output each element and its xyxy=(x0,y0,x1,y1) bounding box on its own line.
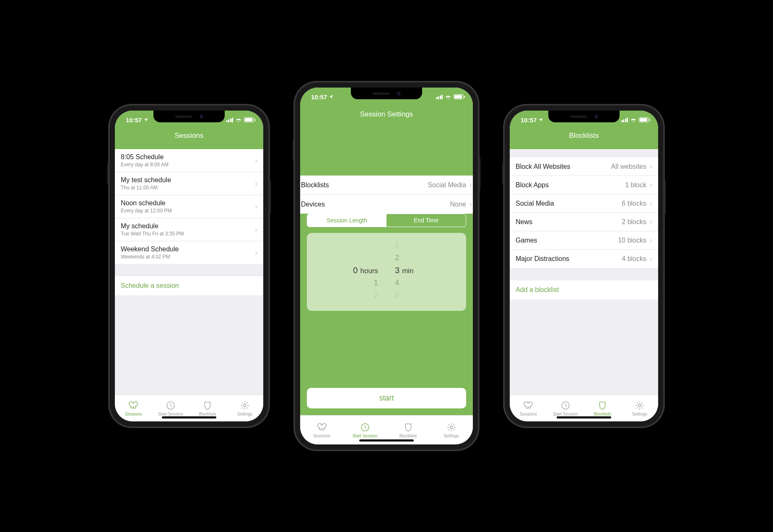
location-icon xyxy=(538,116,543,124)
tab-label: Start Session xyxy=(353,434,377,438)
blocklist-row[interactable]: Social Media 6 blocks› xyxy=(510,194,658,213)
session-row[interactable]: Noon schedule Every day at 12:00 PM › xyxy=(115,195,263,218)
notch xyxy=(548,111,620,122)
tab-label: Sessions xyxy=(520,412,537,416)
chevron-right-icon: › xyxy=(470,200,472,209)
picker-mins: 3 min xyxy=(395,266,414,278)
home-indicator[interactable] xyxy=(359,439,414,442)
tab-label: Blocklists xyxy=(594,412,611,416)
page-title: Blocklists xyxy=(510,129,658,145)
svg-point-1 xyxy=(244,404,246,407)
session-row[interactable]: My schedule Tue Wed Thu Fri at 3:35 PM › xyxy=(115,218,263,241)
blocklist-title: Major Distractions xyxy=(516,255,569,263)
seg-session-length[interactable]: Session Length xyxy=(307,214,386,227)
blocklist-value: 2 blocks xyxy=(622,218,646,226)
blocklist-row[interactable]: Block All Websites All websites› xyxy=(510,158,658,176)
blocklist-value: 1 block xyxy=(625,181,646,189)
tab-sessions[interactable]: Sessions xyxy=(115,395,152,421)
tab-label: Settings xyxy=(237,412,252,416)
blocklist-row[interactable]: Block Apps 1 block› xyxy=(510,176,658,194)
session-sub: Every day at 12:00 PM xyxy=(121,208,171,214)
start-button[interactable]: start xyxy=(307,388,466,408)
shield-icon xyxy=(202,400,213,411)
battery-icon xyxy=(454,94,464,99)
session-title: My test schedule xyxy=(121,176,171,184)
signal-icon xyxy=(621,118,628,122)
tab-settings[interactable]: Settings xyxy=(621,395,659,421)
chevron-right-icon: › xyxy=(650,236,652,245)
chevron-right-icon: › xyxy=(255,248,257,257)
chevron-right-icon: › xyxy=(255,156,257,165)
seg-end-time[interactable]: End Time xyxy=(386,214,466,227)
session-sub: Tue Wed Thu Fri at 3:35 PM xyxy=(121,231,184,237)
tab-label: Sessions xyxy=(313,434,330,438)
time-picker[interactable]: 0 hours 1 2 1 2 3 min 4 5 xyxy=(307,233,466,311)
chevron-right-icon: › xyxy=(650,199,652,208)
session-row[interactable]: Weekend Schedule Weekends at 4:02 PM › xyxy=(115,241,263,264)
tab-settings[interactable]: Settings xyxy=(226,395,264,421)
tab-sessions[interactable]: Sessions xyxy=(300,416,343,444)
butterfly-icon xyxy=(523,400,534,411)
tab-label: Blocklists xyxy=(399,434,417,438)
tab-label: Blocklists xyxy=(199,412,216,416)
tab-label: Settings xyxy=(444,434,459,438)
shield-icon xyxy=(403,422,414,433)
page-title: Sessions xyxy=(115,129,263,145)
blocklist-value: 10 blocks xyxy=(618,237,646,244)
gear-icon xyxy=(634,400,645,411)
signal-icon xyxy=(226,118,233,122)
session-sub: Weekends at 4:02 PM xyxy=(121,254,179,260)
notch xyxy=(153,111,225,122)
chevron-right-icon: › xyxy=(470,181,472,189)
blocklists-list: Block All Websites All websites› Block A… xyxy=(510,158,658,268)
session-title: Noon schedule xyxy=(121,199,171,207)
picker-row: 5 xyxy=(395,291,399,303)
schedule-session-button[interactable]: Schedule a session xyxy=(115,276,263,295)
battery-icon xyxy=(244,117,254,122)
home-indicator[interactable] xyxy=(557,416,611,418)
tab-settings[interactable]: Settings xyxy=(430,416,473,444)
segmented-control: Session Length End Time xyxy=(307,214,466,227)
picker-row xyxy=(376,253,378,266)
wifi-icon xyxy=(630,116,637,124)
blocklist-row[interactable]: Games 10 blocks› xyxy=(510,231,658,250)
status-time: 10:57 xyxy=(126,116,142,124)
blocklist-row[interactable]: News 2 blocks› xyxy=(510,213,658,231)
chevron-right-icon: › xyxy=(650,181,652,189)
session-row[interactable]: 8:05 Schedule Every day at 8:05 AM › xyxy=(115,149,263,172)
notch xyxy=(351,88,422,99)
blocklist-value: 6 blocks xyxy=(622,200,646,207)
gear-icon xyxy=(239,400,250,411)
row-label: Devices xyxy=(301,201,325,208)
blocklists-row[interactable]: Blocklists Social Media › xyxy=(300,176,473,195)
blocklist-title: Social Media xyxy=(516,200,554,207)
session-title: My schedule xyxy=(121,222,184,230)
status-time: 10:57 xyxy=(311,93,327,101)
chevron-right-icon: › xyxy=(255,225,257,234)
devices-row[interactable]: Devices None › xyxy=(300,195,473,214)
butterfly-icon xyxy=(128,400,139,411)
blocklist-title: Block Apps xyxy=(516,181,549,189)
svg-point-3 xyxy=(450,426,453,429)
clock-icon xyxy=(360,422,371,433)
blocklist-row[interactable]: Major Distractions 4 blocks› xyxy=(510,250,658,268)
wifi-icon xyxy=(235,116,242,124)
blocklist-title: Block All Websites xyxy=(516,163,570,170)
gear-icon xyxy=(446,422,457,433)
chevron-right-icon: › xyxy=(650,255,652,263)
picker-hours: 0 hours xyxy=(353,266,378,278)
add-blocklist-button[interactable]: Add a blocklist xyxy=(510,280,658,300)
phone-session-settings: 10:57 Session Settings Blocklists Social… xyxy=(294,82,479,450)
tab-sessions[interactable]: Sessions xyxy=(510,395,547,421)
session-title: 8:05 Schedule xyxy=(121,153,169,161)
shield-icon xyxy=(597,400,608,411)
picker-row xyxy=(376,240,378,253)
blocklist-title: News xyxy=(516,218,532,226)
blocklist-value: 4 blocks xyxy=(622,255,646,263)
tab-label: Sessions xyxy=(125,412,142,416)
row-label: Blocklists xyxy=(301,181,329,189)
picker-row: 4 xyxy=(395,278,399,291)
chevron-right-icon: › xyxy=(650,162,652,171)
home-indicator[interactable] xyxy=(162,416,216,418)
session-row[interactable]: My test schedule Thu at 11:00 AM › xyxy=(115,172,263,195)
